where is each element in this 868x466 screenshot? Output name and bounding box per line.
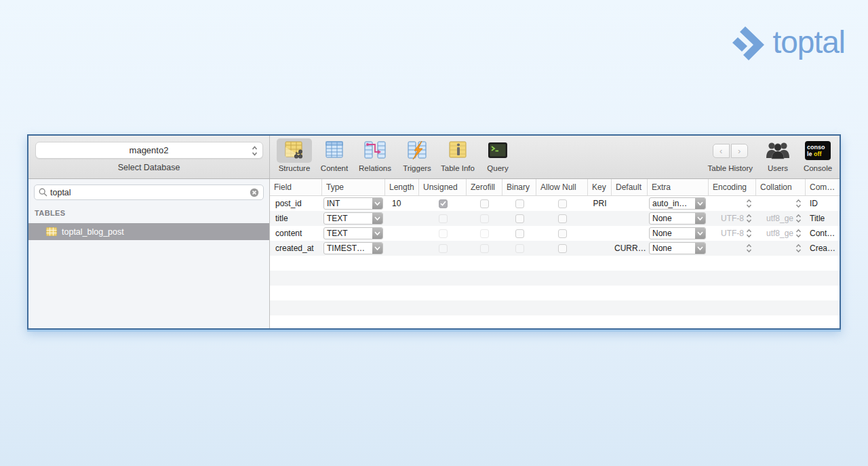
chevron-down-icon[interactable] [372, 213, 382, 224]
comment-value[interactable]: Title [806, 211, 840, 226]
col-header-binary[interactable]: Binary [502, 179, 536, 195]
history-back-button[interactable]: ‹ [713, 144, 730, 158]
default-value[interactable] [612, 226, 648, 241]
empty-row [270, 286, 840, 300]
chevron-down-icon[interactable] [372, 198, 382, 209]
chevron-down-icon[interactable] [695, 213, 705, 224]
zerofill-checkbox[interactable] [480, 199, 489, 208]
col-header-field[interactable]: Field [270, 179, 322, 195]
empty-row [270, 271, 840, 286]
binary-checkbox[interactable] [515, 229, 524, 238]
tables-section-header: TABLES [35, 209, 269, 217]
collation-value: utf8_ge [766, 214, 793, 223]
updown-stepper-icon[interactable] [795, 244, 802, 253]
length-value[interactable] [385, 211, 419, 226]
binary-checkbox[interactable] [515, 214, 524, 223]
zerofill-checkbox[interactable] [480, 214, 489, 223]
toptal-logo-mark [732, 24, 767, 62]
col-header-unsigned[interactable]: Unsigned [419, 179, 467, 195]
col-header-type[interactable]: Type [322, 179, 385, 195]
unsigned-checkbox[interactable] [439, 244, 448, 253]
field-name[interactable]: post_id [270, 196, 322, 211]
table-history-label: Table History [708, 164, 753, 172]
chevron-down-icon[interactable] [695, 228, 705, 239]
type-select[interactable]: INT [323, 197, 383, 210]
toolbar-query-button[interactable]: Query [480, 138, 515, 172]
clear-search-icon[interactable] [250, 188, 259, 197]
field-row-content[interactable]: contentTEXTNoneUTF-8utf8_geCont… [270, 226, 840, 241]
search-input[interactable] [50, 188, 247, 197]
col-header-allow-null[interactable]: Allow Null [536, 179, 588, 195]
allow-null-checkbox[interactable] [558, 214, 567, 223]
comment-value[interactable]: Crea… [806, 241, 840, 256]
col-header-length[interactable]: Length [385, 179, 419, 195]
toolbar-triggers-button[interactable]: Triggers [399, 138, 435, 172]
updown-stepper-icon[interactable] [746, 214, 752, 223]
table-search[interactable] [34, 185, 264, 200]
field-name[interactable]: created_at [270, 241, 322, 256]
allow-null-checkbox[interactable] [558, 199, 567, 208]
field-row-title[interactable]: titleTEXTNoneUTF-8utf8_geTitle [270, 211, 840, 226]
comment-value[interactable]: Cont… [806, 226, 840, 241]
field-row-post_id[interactable]: post_idINT10PRIauto_in…ID [270, 196, 840, 211]
comment-value[interactable]: ID [806, 196, 840, 211]
toolbar-console-button[interactable]: conso le off Console [803, 138, 833, 172]
col-header-collation[interactable]: Collation [756, 179, 806, 195]
default-value[interactable] [612, 211, 648, 226]
chevron-down-icon[interactable] [372, 243, 382, 254]
toolbar-table-info-button[interactable]: Table Info [441, 138, 475, 172]
zerofill-checkbox[interactable] [480, 244, 489, 253]
col-header-zerofill[interactable]: Zerofill [467, 179, 502, 195]
default-value[interactable] [612, 196, 648, 211]
toolbar-content-button[interactable]: Content [317, 138, 351, 172]
search-icon [39, 188, 47, 197]
col-header-default[interactable]: Default [612, 179, 648, 195]
length-value[interactable] [385, 226, 419, 241]
length-value[interactable]: 10 [385, 196, 419, 211]
col-header-encoding[interactable]: Encoding [709, 179, 756, 195]
col-header-key[interactable]: Key [588, 179, 612, 195]
type-select[interactable]: TIMEST… [323, 242, 383, 254]
updown-stepper-icon[interactable] [795, 214, 802, 223]
length-value[interactable] [385, 241, 419, 256]
binary-checkbox[interactable] [515, 199, 524, 208]
extra-select[interactable]: None [649, 212, 706, 225]
extra-select[interactable]: None [649, 242, 706, 254]
updown-stepper-icon[interactable] [746, 244, 752, 253]
default-value[interactable]: CURR… [612, 241, 648, 256]
updown-stepper-icon[interactable] [746, 199, 752, 208]
field-name[interactable]: title [270, 211, 322, 226]
main-toolbar: Structure Content [270, 136, 840, 178]
field-name[interactable]: content [270, 226, 322, 241]
field-row-created_at[interactable]: created_atTIMEST…CURR…NoneCrea… [270, 241, 840, 256]
users-icon [758, 138, 797, 163]
allow-null-checkbox[interactable] [558, 229, 567, 238]
col-header-extra[interactable]: Extra [648, 179, 709, 195]
toolbar-structure-button[interactable]: Structure [277, 138, 312, 172]
allow-null-checkbox[interactable] [558, 244, 567, 253]
table-info-icon [441, 138, 475, 163]
empty-row [270, 315, 840, 330]
chevron-down-icon[interactable] [372, 228, 382, 239]
unsigned-checkbox[interactable] [439, 199, 448, 208]
binary-checkbox[interactable] [515, 244, 524, 253]
extra-select[interactable]: None [649, 227, 706, 239]
toolbar-relations-button[interactable]: Relations [357, 138, 393, 172]
sidebar-item-toptal-blog-post[interactable]: toptal_blog_post [28, 223, 269, 240]
empty-row [270, 256, 840, 271]
updown-stepper-icon[interactable] [746, 229, 752, 238]
unsigned-checkbox[interactable] [439, 229, 448, 238]
updown-stepper-icon[interactable] [795, 199, 802, 208]
unsigned-checkbox[interactable] [439, 214, 448, 223]
zerofill-checkbox[interactable] [480, 229, 489, 238]
toolbar-users-button[interactable]: Users [758, 138, 797, 172]
database-select[interactable]: magento2 [35, 142, 263, 159]
type-select[interactable]: TEXT [323, 227, 383, 239]
chevron-down-icon[interactable] [695, 198, 705, 209]
updown-stepper-icon[interactable] [795, 229, 802, 238]
chevron-down-icon[interactable] [695, 243, 705, 254]
extra-select[interactable]: auto_in… [649, 197, 706, 210]
history-forward-button[interactable]: › [731, 144, 748, 158]
type-select[interactable]: TEXT [323, 212, 383, 225]
col-header-comment[interactable]: Com… [806, 179, 840, 195]
